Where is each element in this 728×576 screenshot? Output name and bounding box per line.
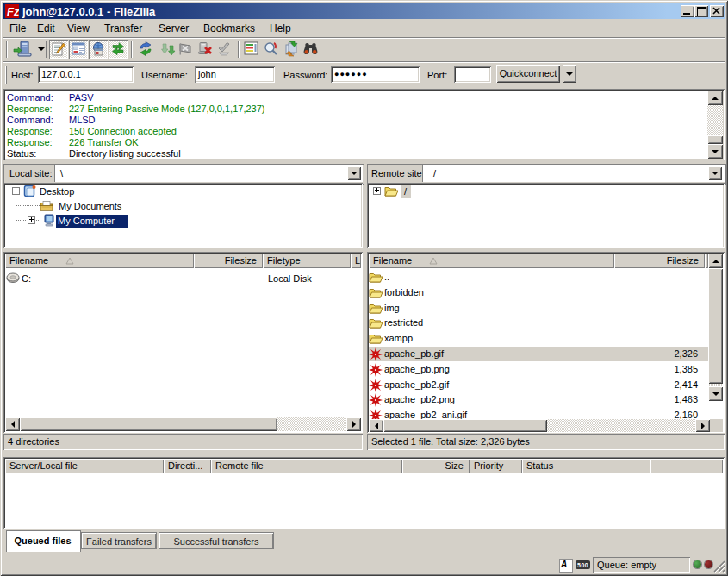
- svg-text:Fz: Fz: [7, 5, 19, 18]
